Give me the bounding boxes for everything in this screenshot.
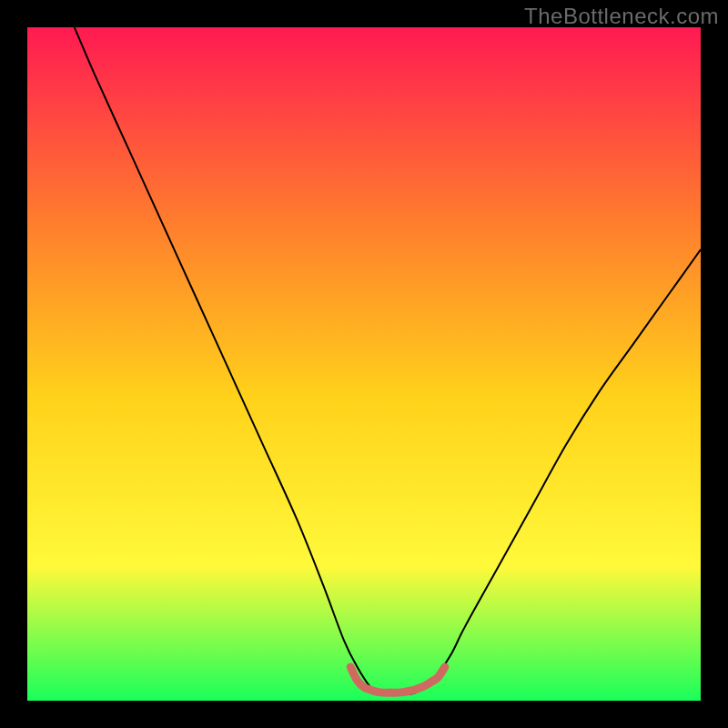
plot-area (27, 27, 701, 701)
chart-svg (27, 27, 701, 701)
watermark-text: TheBottleneck.com (524, 4, 719, 29)
gradient-background (27, 27, 701, 701)
chart-frame: TheBottleneck.com (0, 0, 728, 728)
